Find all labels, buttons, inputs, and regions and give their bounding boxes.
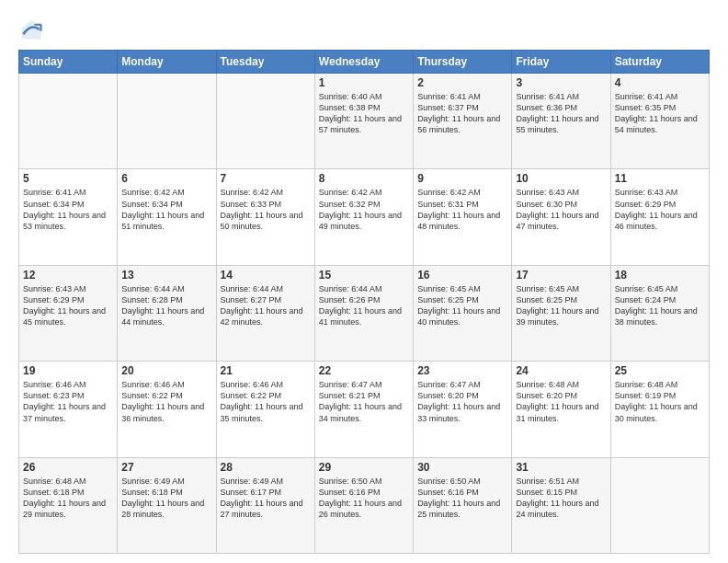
header xyxy=(18,17,710,42)
calendar-week-5: 26Sunrise: 6:48 AM Sunset: 6:18 PM Dayli… xyxy=(19,457,710,553)
day-number: 16 xyxy=(417,269,507,282)
day-number: 2 xyxy=(417,76,507,89)
day-info: Sunrise: 6:42 AM Sunset: 6:33 PM Dayligh… xyxy=(221,187,311,232)
day-number: 30 xyxy=(417,461,507,474)
calendar-cell: 26Sunrise: 6:48 AM Sunset: 6:18 PM Dayli… xyxy=(19,457,118,553)
calendar-cell: 13Sunrise: 6:44 AM Sunset: 6:28 PM Dayli… xyxy=(118,265,216,361)
calendar-cell: 11Sunrise: 6:43 AM Sunset: 6:29 PM Dayli… xyxy=(610,169,709,265)
calendar-header-tuesday: Tuesday xyxy=(216,51,314,74)
calendar-cell: 28Sunrise: 6:49 AM Sunset: 6:17 PM Dayli… xyxy=(216,457,314,553)
calendar-cell: 10Sunrise: 6:43 AM Sunset: 6:30 PM Dayli… xyxy=(512,169,610,265)
calendar-table: SundayMondayTuesdayWednesdayThursdayFrid… xyxy=(18,50,710,554)
day-number: 31 xyxy=(516,461,606,474)
day-info: Sunrise: 6:47 AM Sunset: 6:20 PM Dayligh… xyxy=(417,379,507,424)
calendar-cell: 6Sunrise: 6:42 AM Sunset: 6:34 PM Daylig… xyxy=(118,169,216,265)
day-number: 25 xyxy=(615,364,705,377)
day-number: 15 xyxy=(319,269,409,282)
day-info: Sunrise: 6:42 AM Sunset: 6:32 PM Dayligh… xyxy=(319,187,409,232)
day-info: Sunrise: 6:47 AM Sunset: 6:21 PM Dayligh… xyxy=(319,379,409,424)
day-info: Sunrise: 6:41 AM Sunset: 6:34 PM Dayligh… xyxy=(23,187,113,232)
day-info: Sunrise: 6:50 AM Sunset: 6:16 PM Dayligh… xyxy=(319,476,409,521)
calendar-cell xyxy=(216,74,314,169)
day-info: Sunrise: 6:48 AM Sunset: 6:20 PM Dayligh… xyxy=(516,379,606,424)
calendar-cell: 15Sunrise: 6:44 AM Sunset: 6:26 PM Dayli… xyxy=(314,265,413,361)
day-info: Sunrise: 6:49 AM Sunset: 6:18 PM Dayligh… xyxy=(121,476,211,521)
calendar-cell: 21Sunrise: 6:46 AM Sunset: 6:22 PM Dayli… xyxy=(216,362,314,457)
day-info: Sunrise: 6:45 AM Sunset: 6:25 PM Dayligh… xyxy=(417,283,507,328)
day-number: 28 xyxy=(221,461,311,474)
day-info: Sunrise: 6:44 AM Sunset: 6:26 PM Dayligh… xyxy=(319,283,409,328)
calendar-cell: 31Sunrise: 6:51 AM Sunset: 6:15 PM Dayli… xyxy=(512,457,610,553)
calendar-cell: 16Sunrise: 6:45 AM Sunset: 6:25 PM Dayli… xyxy=(414,265,512,361)
day-info: Sunrise: 6:45 AM Sunset: 6:25 PM Dayligh… xyxy=(516,283,606,328)
day-number: 17 xyxy=(516,269,606,282)
day-number: 5 xyxy=(23,172,113,185)
day-number: 14 xyxy=(221,269,311,282)
calendar-week-3: 12Sunrise: 6:43 AM Sunset: 6:29 PM Dayli… xyxy=(19,265,710,361)
day-number: 20 xyxy=(121,364,211,377)
calendar-cell: 8Sunrise: 6:42 AM Sunset: 6:32 PM Daylig… xyxy=(314,169,413,265)
day-number: 29 xyxy=(319,461,409,474)
day-info: Sunrise: 6:48 AM Sunset: 6:19 PM Dayligh… xyxy=(615,379,705,424)
day-number: 11 xyxy=(615,172,705,185)
calendar-cell: 1Sunrise: 6:40 AM Sunset: 6:38 PM Daylig… xyxy=(314,74,413,169)
day-info: Sunrise: 6:43 AM Sunset: 6:29 PM Dayligh… xyxy=(615,187,705,232)
calendar-cell: 14Sunrise: 6:44 AM Sunset: 6:27 PM Dayli… xyxy=(216,265,314,361)
calendar-cell: 12Sunrise: 6:43 AM Sunset: 6:29 PM Dayli… xyxy=(19,265,118,361)
calendar-cell xyxy=(610,457,709,553)
day-info: Sunrise: 6:46 AM Sunset: 6:22 PM Dayligh… xyxy=(121,379,211,424)
calendar-cell: 7Sunrise: 6:42 AM Sunset: 6:33 PM Daylig… xyxy=(216,169,314,265)
day-number: 4 xyxy=(615,76,705,89)
calendar-cell: 24Sunrise: 6:48 AM Sunset: 6:20 PM Dayli… xyxy=(512,362,610,457)
day-number: 24 xyxy=(516,364,606,377)
day-number: 1 xyxy=(319,76,409,89)
calendar-header-monday: Monday xyxy=(118,51,216,74)
day-number: 6 xyxy=(121,172,211,185)
day-number: 27 xyxy=(121,461,211,474)
day-info: Sunrise: 6:43 AM Sunset: 6:29 PM Dayligh… xyxy=(23,283,113,328)
calendar-cell: 2Sunrise: 6:41 AM Sunset: 6:37 PM Daylig… xyxy=(414,74,512,169)
calendar-cell: 4Sunrise: 6:41 AM Sunset: 6:35 PM Daylig… xyxy=(610,74,709,169)
day-info: Sunrise: 6:40 AM Sunset: 6:38 PM Dayligh… xyxy=(319,91,409,136)
calendar-cell: 17Sunrise: 6:45 AM Sunset: 6:25 PM Dayli… xyxy=(512,265,610,361)
day-info: Sunrise: 6:41 AM Sunset: 6:35 PM Dayligh… xyxy=(615,91,705,136)
calendar-cell: 9Sunrise: 6:42 AM Sunset: 6:31 PM Daylig… xyxy=(414,169,512,265)
day-info: Sunrise: 6:41 AM Sunset: 6:36 PM Dayligh… xyxy=(516,91,606,136)
day-number: 9 xyxy=(417,172,507,185)
calendar-header-sunday: Sunday xyxy=(19,51,118,74)
calendar-cell xyxy=(19,74,118,169)
day-info: Sunrise: 6:42 AM Sunset: 6:31 PM Dayligh… xyxy=(417,187,507,232)
calendar-week-4: 19Sunrise: 6:46 AM Sunset: 6:23 PM Dayli… xyxy=(19,362,710,457)
calendar-header-friday: Friday xyxy=(512,51,610,74)
day-number: 22 xyxy=(319,364,409,377)
day-number: 26 xyxy=(23,461,113,474)
calendar-cell: 22Sunrise: 6:47 AM Sunset: 6:21 PM Dayli… xyxy=(314,362,413,457)
calendar-week-1: 1Sunrise: 6:40 AM Sunset: 6:38 PM Daylig… xyxy=(19,74,710,169)
day-number: 12 xyxy=(23,269,113,282)
calendar-cell xyxy=(118,74,216,169)
day-info: Sunrise: 6:49 AM Sunset: 6:17 PM Dayligh… xyxy=(221,476,311,521)
logo-icon xyxy=(18,17,44,42)
day-info: Sunrise: 6:41 AM Sunset: 6:37 PM Dayligh… xyxy=(417,91,507,136)
day-info: Sunrise: 6:46 AM Sunset: 6:23 PM Dayligh… xyxy=(23,379,113,424)
calendar-cell: 27Sunrise: 6:49 AM Sunset: 6:18 PM Dayli… xyxy=(118,457,216,553)
day-number: 13 xyxy=(121,269,211,282)
day-info: Sunrise: 6:45 AM Sunset: 6:24 PM Dayligh… xyxy=(615,283,705,328)
calendar-cell: 29Sunrise: 6:50 AM Sunset: 6:16 PM Dayli… xyxy=(314,457,413,553)
day-info: Sunrise: 6:48 AM Sunset: 6:18 PM Dayligh… xyxy=(23,476,113,521)
day-number: 10 xyxy=(516,172,606,185)
logo xyxy=(18,17,48,42)
calendar-header-wednesday: Wednesday xyxy=(314,51,413,74)
day-number: 23 xyxy=(417,364,507,377)
day-number: 18 xyxy=(615,269,705,282)
calendar-cell: 18Sunrise: 6:45 AM Sunset: 6:24 PM Dayli… xyxy=(610,265,709,361)
calendar-cell: 3Sunrise: 6:41 AM Sunset: 6:36 PM Daylig… xyxy=(512,74,610,169)
day-number: 19 xyxy=(23,364,113,377)
calendar-header-thursday: Thursday xyxy=(414,51,512,74)
day-number: 21 xyxy=(221,364,311,377)
calendar-cell: 5Sunrise: 6:41 AM Sunset: 6:34 PM Daylig… xyxy=(19,169,118,265)
day-info: Sunrise: 6:42 AM Sunset: 6:34 PM Dayligh… xyxy=(121,187,211,232)
calendar-cell: 30Sunrise: 6:50 AM Sunset: 6:16 PM Dayli… xyxy=(414,457,512,553)
day-info: Sunrise: 6:43 AM Sunset: 6:30 PM Dayligh… xyxy=(516,187,606,232)
calendar-cell: 19Sunrise: 6:46 AM Sunset: 6:23 PM Dayli… xyxy=(19,362,118,457)
